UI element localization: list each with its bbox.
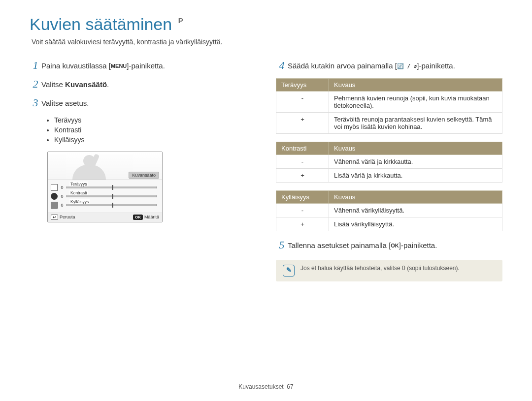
table-row: +Terävöitä reunoja parantaaksesi kuvien … xyxy=(276,113,502,134)
sharpness-icon xyxy=(51,184,58,191)
table-header: Kontrasti xyxy=(276,142,329,155)
step-3: 3 Valitse asetus. xyxy=(30,97,256,109)
ok-key: OK xyxy=(391,242,399,249)
ok-key-icon: OK xyxy=(133,215,143,220)
screen-tag: Kuvansäätö xyxy=(129,172,159,179)
macro-timer-key: 🔄 / ↺ xyxy=(397,63,417,70)
right-column: 4 Säädä kutakin arvoa painamalla [🔄 / ↺]… xyxy=(276,60,502,281)
page-title: Kuvien säätäminen xyxy=(30,15,172,34)
table-contrast: KontrastiKuvaus -Vähennä väriä ja kirkka… xyxy=(276,142,502,183)
step-number: 1 xyxy=(30,60,41,71)
table-saturation: KylläisyysKuvaus -Vähennä värikylläisyyt… xyxy=(276,190,502,231)
screen-footer: ↩Peruuta OKMääritä xyxy=(48,213,162,222)
slider-saturation: Kylläisyys 0 xyxy=(51,202,159,209)
step-number: 3 xyxy=(30,97,41,109)
list-item: Kylläisyys xyxy=(54,136,256,144)
contrast-icon xyxy=(51,193,58,200)
option-list: Terävyys Kontrasti Kylläisyys xyxy=(54,116,256,144)
table-row: -Vähennä värikylläisyyttä. xyxy=(276,204,502,217)
table-row: -Pehmennä kuvien reunoja (sopii, kun kuv… xyxy=(276,92,502,113)
table-header: Kuvaus xyxy=(329,142,502,155)
mode-badge: P xyxy=(178,16,183,25)
step-text: Tallenna asetukset painamalla [OK]-paini… xyxy=(288,239,437,250)
left-column: 1 Paina kuvaustilassa [MENU]-painiketta.… xyxy=(30,60,256,281)
table-row: -Vähennä väriä ja kirkkautta. xyxy=(276,155,502,169)
step-4: 4 Säädä kutakin arvoa painamalla [🔄 / ↺]… xyxy=(276,60,502,71)
list-item: Terävyys xyxy=(54,116,256,124)
step-text: Säädä kutakin arvoa painamalla [🔄 / ↺]-p… xyxy=(288,60,455,71)
menu-key: MENU xyxy=(111,62,127,70)
step-number: 2 xyxy=(30,78,41,90)
screen-preview: Kuvansäätö xyxy=(48,152,162,180)
slider-contrast: Kontrasti 0 xyxy=(51,193,159,200)
page-header: Kuvien säätäminen P xyxy=(30,15,502,38)
info-icon: ✎ xyxy=(283,265,295,277)
camera-screen-mock: Kuvansäätö Terävyys 0 Kontrasti 0 xyxy=(47,152,163,222)
slider-block: Terävyys 0 Kontrasti 0 Kylläisyys xyxy=(48,180,162,213)
saturation-icon xyxy=(51,202,58,209)
step-text: Paina kuvaustilassa [MENU]-painiketta. xyxy=(41,60,165,71)
page-footer: Kuvausasetukset 67 xyxy=(0,383,532,390)
step-text: Valitse Kuvansäätö. xyxy=(41,78,109,90)
table-header: Kuvaus xyxy=(329,191,502,204)
step-number: 5 xyxy=(276,239,288,251)
back-key-icon: ↩ xyxy=(51,215,58,220)
table-row: +Lisää väriä ja kirkkautta. xyxy=(276,169,502,183)
slider-sharpness: Terävyys 0 xyxy=(51,184,159,191)
step-1: 1 Paina kuvaustilassa [MENU]-painiketta. xyxy=(30,60,256,71)
list-item: Kontrasti xyxy=(54,126,256,134)
note-text: Jos et halua käyttää tehosteita, valitse… xyxy=(300,265,460,272)
table-header: Kuvaus xyxy=(329,79,502,92)
step-text: Valitse asetus. xyxy=(41,97,89,108)
table-header: Terävyys xyxy=(276,79,329,92)
page-intro: Voit säätää valokuviesi terävyyttä, kont… xyxy=(32,38,502,46)
info-note: ✎ Jos et halua käyttää tehosteita, valit… xyxy=(276,260,502,281)
table-header: Kylläisyys xyxy=(276,191,329,204)
step-5: 5 Tallenna asetukset painamalla [OK]-pai… xyxy=(276,239,502,251)
step-2: 2 Valitse Kuvansäätö. xyxy=(30,78,256,90)
table-row: +Lisää värikylläisyyttä. xyxy=(276,217,502,231)
step-number: 4 xyxy=(276,60,288,71)
table-sharpness: TerävyysKuvaus -Pehmennä kuvien reunoja … xyxy=(276,78,502,134)
